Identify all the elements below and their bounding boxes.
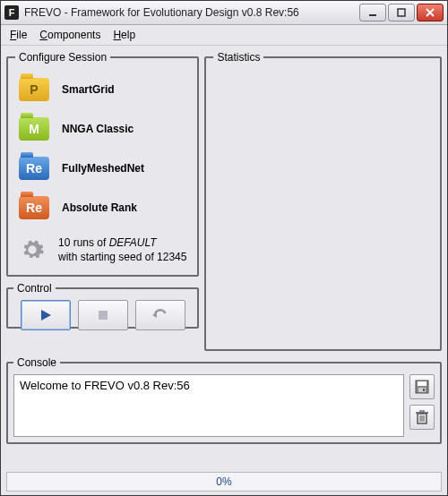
save-console-button[interactable] <box>409 374 435 399</box>
folder-icon: P <box>19 78 49 101</box>
console-panel: Console Welcome to FREVO v0.8 Rev:56 <box>6 356 442 444</box>
control-panel: Control <box>6 282 199 329</box>
svg-rect-5 <box>99 311 108 320</box>
svg-rect-1 <box>398 9 405 16</box>
session-item-problem[interactable]: P SmartGrid <box>19 78 186 101</box>
replay-button[interactable] <box>135 300 185 330</box>
svg-rect-8 <box>418 381 426 386</box>
play-button[interactable] <box>21 300 71 330</box>
svg-rect-10 <box>423 389 425 391</box>
menubar: File Components Help <box>1 25 447 46</box>
session-item-label: FullyMeshedNet <box>62 162 144 175</box>
svg-rect-13 <box>420 410 424 412</box>
stop-button[interactable] <box>78 300 128 330</box>
folder-icon: Re <box>19 157 49 180</box>
window-title: FREVO - Framework for Evolutionary Desig… <box>24 6 359 19</box>
progress-text: 0% <box>216 475 231 488</box>
gear-icon <box>19 236 46 263</box>
session-item-ranking[interactable]: Re Absolute Rank <box>19 196 186 219</box>
content-area: Configure Session P SmartGrid M NNGA Cla… <box>1 46 447 472</box>
session-item-label: SmartGrid <box>62 83 115 96</box>
configure-session-legend: Configure Session <box>15 51 110 64</box>
menu-components[interactable]: Components <box>39 29 100 41</box>
session-item-method[interactable]: M NNGA Classic <box>19 117 186 141</box>
menu-file[interactable]: File <box>10 29 27 41</box>
titlebar[interactable]: F FREVO - Framework for Evolutionary Des… <box>1 1 447 25</box>
close-button[interactable] <box>417 4 444 21</box>
folder-icon: Re <box>19 196 49 219</box>
console-output[interactable]: Welcome to FREVO v0.8 Rev:56 <box>13 374 404 437</box>
minimize-button[interactable] <box>359 4 386 21</box>
menu-help[interactable]: Help <box>113 29 135 41</box>
session-item-label: NNGA Classic <box>62 123 134 135</box>
folder-icon: M <box>19 117 49 141</box>
console-legend: Console <box>13 356 60 369</box>
session-runs[interactable]: 10 runs of DEFAULT with starting seed of… <box>19 235 186 264</box>
svg-marker-4 <box>41 310 51 321</box>
app-icon: F <box>4 5 19 20</box>
save-icon <box>415 380 429 394</box>
progress-bar: 0% <box>6 472 442 492</box>
session-item-representation[interactable]: Re FullyMeshedNet <box>19 157 186 180</box>
app-window: F FREVO - Framework for Evolutionary Des… <box>0 0 448 496</box>
statistics-panel: Statistics <box>204 51 442 351</box>
runs-text: 10 runs of DEFAULT with starting seed of… <box>58 235 186 264</box>
maximize-button[interactable] <box>388 4 415 21</box>
trash-icon <box>416 410 428 424</box>
session-item-label: Absolute Rank <box>62 201 137 214</box>
configure-session-panel: Configure Session P SmartGrid M NNGA Cla… <box>6 51 199 277</box>
statistics-legend: Statistics <box>213 51 263 64</box>
control-legend: Control <box>13 282 56 295</box>
clear-console-button[interactable] <box>409 405 435 430</box>
